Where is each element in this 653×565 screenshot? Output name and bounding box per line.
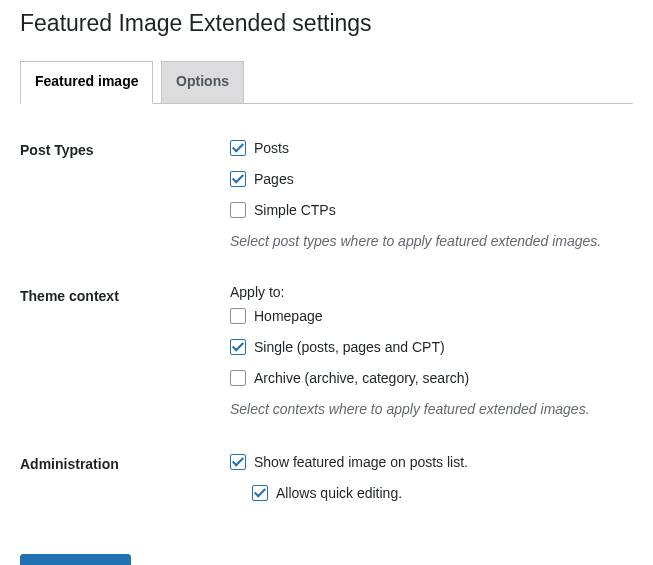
checkbox-pages[interactable] <box>230 171 246 187</box>
post-types-heading: Post Types <box>20 124 230 270</box>
theme-context-description: Select contexts where to apply featured … <box>230 399 633 420</box>
checkbox-show-featured-label: Show featured image on posts list. <box>254 452 468 473</box>
checkbox-simple-ctps-label: Simple CTPs <box>254 200 336 221</box>
checkbox-single[interactable] <box>230 339 246 355</box>
checkbox-allows-quick[interactable] <box>252 485 268 501</box>
administration-heading: Administration <box>20 438 230 532</box>
post-types-description: Select post types where to apply feature… <box>230 231 633 252</box>
checkbox-show-featured[interactable] <box>230 454 246 470</box>
checkbox-posts-label: Posts <box>254 138 289 159</box>
tab-options[interactable]: Options <box>161 61 244 104</box>
checkbox-posts[interactable] <box>230 140 246 156</box>
checkbox-simple-ctps[interactable] <box>230 202 246 218</box>
theme-context-heading: Theme context <box>20 270 230 438</box>
page-title: Featured Image Extended settings <box>20 0 633 43</box>
checkbox-allows-quick-label: Allows quick editing. <box>276 483 402 504</box>
apply-to-label: Apply to: <box>230 284 633 300</box>
tab-nav: Featured image Options <box>20 61 633 104</box>
checkbox-homepage-label: Homepage <box>254 306 323 327</box>
checkbox-pages-label: Pages <box>254 169 294 190</box>
checkbox-homepage[interactable] <box>230 308 246 324</box>
checkbox-single-label: Single (posts, pages and CPT) <box>254 337 445 358</box>
checkbox-archive-label: Archive (archive, category, search) <box>254 368 469 389</box>
save-button[interactable]: Save Changes <box>20 554 131 565</box>
tab-featured-image[interactable]: Featured image <box>20 61 153 104</box>
checkbox-archive[interactable] <box>230 370 246 386</box>
